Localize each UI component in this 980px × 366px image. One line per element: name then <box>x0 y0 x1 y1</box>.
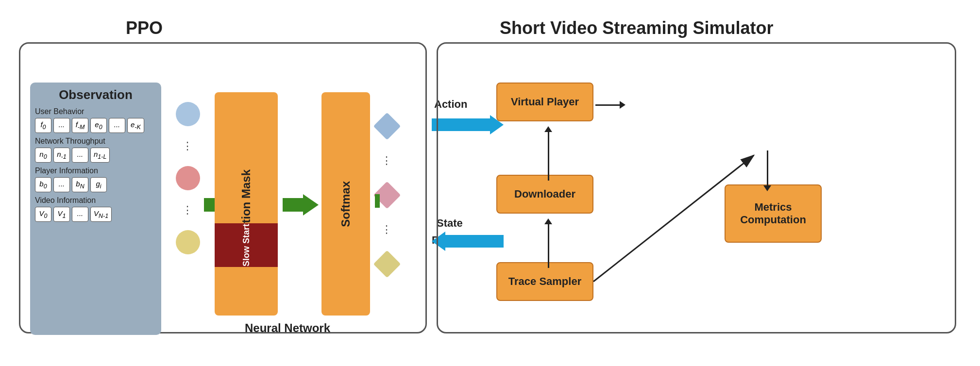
green-arrow-head-2 <box>303 194 319 216</box>
dots-v1: ⋮ <box>182 141 194 151</box>
observation-title: Observation <box>35 87 156 102</box>
diamond-column: ⋮ ⋮ <box>377 107 397 274</box>
cell-dots3: ... <box>72 148 88 163</box>
vp-to-sl-arrow <box>595 101 625 109</box>
trace-sampler-text: Trace Sampler <box>508 275 581 288</box>
circle-yellow <box>176 230 200 254</box>
green-arrow-3 <box>375 194 380 208</box>
svss-box: Virtual Player Streaming Log Downloader <box>437 42 956 333</box>
cell-f0: f0 <box>35 118 51 133</box>
ppo-title: PPO <box>126 18 163 38</box>
user-behavior-row: f0 ... f-M e0 ... e-K <box>35 118 156 133</box>
green-arrow-body-3 <box>375 194 380 208</box>
cell-bn: bN <box>72 177 88 192</box>
circle-blue <box>176 102 200 126</box>
cell-n0: n0 <box>35 148 51 163</box>
green-arrow-body-2 <box>283 198 303 212</box>
cell-dots5: ... <box>72 207 88 222</box>
cell-gi: gi <box>90 177 107 192</box>
dl-to-vp-line <box>548 132 549 181</box>
sl-to-mc-head <box>763 185 771 191</box>
user-behavior-label: User Behavior <box>35 107 156 116</box>
player-info-row: b0 ... bN gi <box>35 177 156 192</box>
diagram-area: PPO Short Video Streaming Simulator Obse… <box>14 13 966 353</box>
dots-v3: ⋮ <box>381 155 393 166</box>
action-mask-box: Action Mask Slow Start <box>215 92 278 316</box>
cell-vn1: VN-1 <box>90 207 112 222</box>
ppo-box: Observation User Behavior f0 ... f-M e0 … <box>19 42 427 333</box>
ts-to-dl-arrow <box>544 218 552 268</box>
virtual-player-box: Virtual Player <box>496 83 593 121</box>
player-info-label: Player Information <box>35 166 156 175</box>
downloader-text: Downloader <box>514 188 575 200</box>
softmax-text: Softmax <box>339 181 353 227</box>
green-arrow-2 <box>283 194 319 216</box>
slow-start-text: Slow Start <box>241 224 252 266</box>
diamond-blue <box>373 113 401 140</box>
cell-dots4: ... <box>53 177 70 192</box>
ts-to-dl-head <box>544 218 552 224</box>
dots-v2: ⋮ <box>182 205 194 216</box>
sl-to-mc-line <box>767 150 768 185</box>
circle-column: ⋮ ⋮ <box>176 102 200 254</box>
cell-dots1: ... <box>53 118 70 133</box>
softmax-box: Softmax <box>321 92 370 316</box>
cell-n1: n-1 <box>53 148 70 163</box>
video-info-row: V0 V1 ... VN-1 <box>35 207 156 222</box>
metrics-computation-box: Metrics Computation <box>725 184 822 243</box>
vp-to-sl-line <box>595 104 620 106</box>
action-mask-inner: Action Mask <box>215 92 278 316</box>
video-info-label: Video Information <box>35 196 156 205</box>
vp-to-sl-head <box>620 101 625 109</box>
cell-ek: e-K <box>127 118 144 133</box>
cell-v1: V1 <box>53 207 70 222</box>
network-throughput-label: Network Throughput <box>35 137 156 146</box>
downloader-box: Downloader <box>496 175 593 214</box>
dots-v4: ⋮ <box>381 224 393 235</box>
main-container: PPO Short Video Streaming Simulator Obse… <box>0 0 980 366</box>
ts-to-dl-line <box>548 224 549 268</box>
metrics-computation-text: Metrics Computation <box>726 201 821 226</box>
cell-dots2: ... <box>109 118 125 133</box>
diamond-yellow <box>373 250 401 278</box>
cell-e0: e0 <box>90 118 107 133</box>
cell-v0: V0 <box>35 207 51 222</box>
circle-red <box>176 166 200 190</box>
neural-network-label: Neural Network <box>245 321 330 335</box>
neural-network-area: ⋮ ⋮ Action Mask Slow Start <box>171 83 404 335</box>
slow-start-box: Slow Start <box>215 223 278 267</box>
dl-to-vp-head <box>544 126 552 132</box>
cell-n1l: n1-L <box>90 148 110 163</box>
sl-to-mc-arrow <box>763 150 771 191</box>
cell-b0: b0 <box>35 177 51 192</box>
observation-box: Observation User Behavior f0 ... f-M e0 … <box>30 83 161 335</box>
dl-to-vp-arrow <box>544 126 552 181</box>
network-throughput-row: n0 n-1 ... n1-L <box>35 148 156 163</box>
virtual-player-text: Virtual Player <box>511 96 579 108</box>
cell-fm: f-M <box>72 118 88 133</box>
trace-sampler-box: Trace Sampler <box>496 262 593 301</box>
svss-title: Short Video Streaming Simulator <box>500 18 773 38</box>
